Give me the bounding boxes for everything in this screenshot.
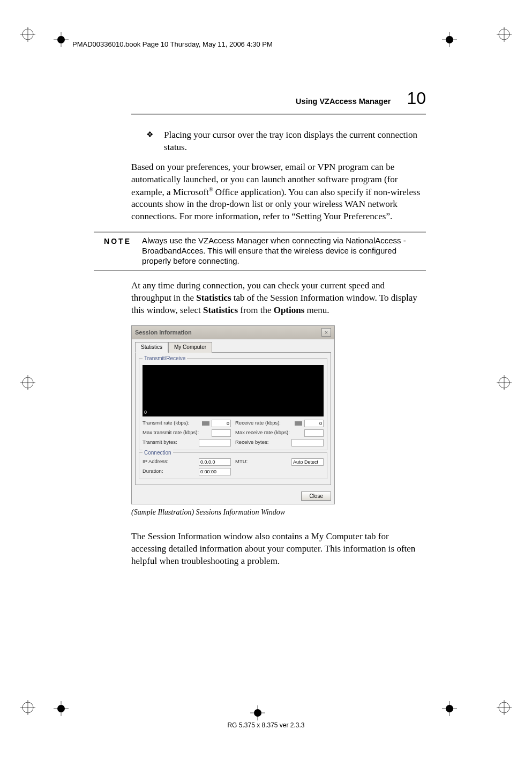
crop-mark-icon (20, 700, 35, 715)
bullet-icon: ❖ (146, 129, 153, 154)
receive-rate-input[interactable] (304, 420, 324, 427)
transmit-bytes-input[interactable] (199, 439, 231, 446)
page-number: 10 (407, 88, 426, 108)
footer-version: RG 5.375 x 8.375 ver 2.3.3 (227, 721, 304, 729)
connection-group: Connection IP Address: MTU: Duration: (139, 452, 327, 479)
paragraph: The Session Information window also cont… (131, 531, 426, 568)
bullet-text: Placing your cursor over the tray icon d… (164, 129, 426, 154)
crop-target-icon (250, 705, 265, 720)
divider (131, 114, 426, 115)
crop-mark-icon (497, 700, 512, 715)
transmit-rate-field: Transmit rate (kbps): (143, 420, 231, 427)
chapter-title: Using VZAccess Manager (296, 97, 391, 106)
group-label: Connection (143, 449, 173, 457)
crop-mark-icon (20, 375, 35, 390)
note-label: NOTE (94, 236, 131, 266)
group-label: Transmit/Receive (143, 355, 187, 362)
tab-my-computer[interactable]: My Computer (168, 342, 212, 353)
max-receive-rate-field: Max receive rate (kbps): (235, 429, 324, 437)
ip-address-field: IP Address: (143, 458, 231, 466)
crop-target-icon (54, 701, 69, 716)
session-information-window: Session Information × Statistics My Comp… (131, 325, 335, 504)
running-header: Using VZAccess Manager 10 (131, 88, 426, 108)
swatch-icon (295, 421, 302, 426)
receive-bytes-input[interactable] (291, 439, 324, 446)
throughput-graph: 0 (143, 365, 324, 416)
transmit-bytes-field: Transmit bytes: (143, 439, 231, 446)
figure-caption: (Sample Illustration) Sessions Informati… (131, 508, 426, 518)
duration-input[interactable] (199, 468, 231, 475)
duration-field: Duration: (143, 468, 231, 475)
close-icon[interactable]: × (321, 328, 331, 337)
mtu-field: MTU: (235, 458, 324, 466)
paragraph: At any time during connection, you can c… (131, 280, 426, 317)
crop-mark-icon (497, 27, 512, 42)
mtu-input[interactable] (291, 458, 324, 466)
crop-mark-icon (497, 375, 512, 390)
graph-axis-zero: 0 (144, 409, 147, 415)
titlebar: Session Information × (132, 326, 334, 339)
crop-target-icon (442, 32, 457, 47)
max-receive-rate-input[interactable] (304, 429, 324, 437)
crop-target-icon (54, 32, 69, 47)
ip-address-input[interactable] (199, 458, 231, 466)
window-title: Session Information (135, 329, 192, 337)
crop-target-icon (442, 701, 457, 716)
receive-bytes-field: Receive bytes: (235, 439, 324, 446)
tab-statistics[interactable]: Statistics (135, 342, 168, 353)
max-transmit-rate-input[interactable] (212, 429, 231, 437)
note-text: Always use the VZAccess Manager when con… (142, 236, 426, 266)
swatch-icon (202, 421, 209, 426)
receive-rate-field: Receive rate (kbps): (235, 420, 324, 427)
bullet-item: ❖ Placing your cursor over the tray icon… (131, 129, 426, 154)
max-transmit-rate-field: Max transmit rate (kbps): (143, 429, 231, 437)
crop-mark-icon (20, 27, 35, 42)
note-block: NOTE Always use the VZAccess Manager whe… (94, 232, 426, 271)
transmit-rate-input[interactable] (212, 420, 231, 427)
transmit-receive-group: Transmit/Receive 0 Transmit rate (kbps):… (139, 358, 327, 450)
book-header-line: PMAD00336010.book Page 10 Thursday, May … (72, 40, 273, 48)
close-button[interactable]: Close (301, 492, 331, 501)
paragraph: Based on your preferences, your browser,… (131, 161, 426, 223)
